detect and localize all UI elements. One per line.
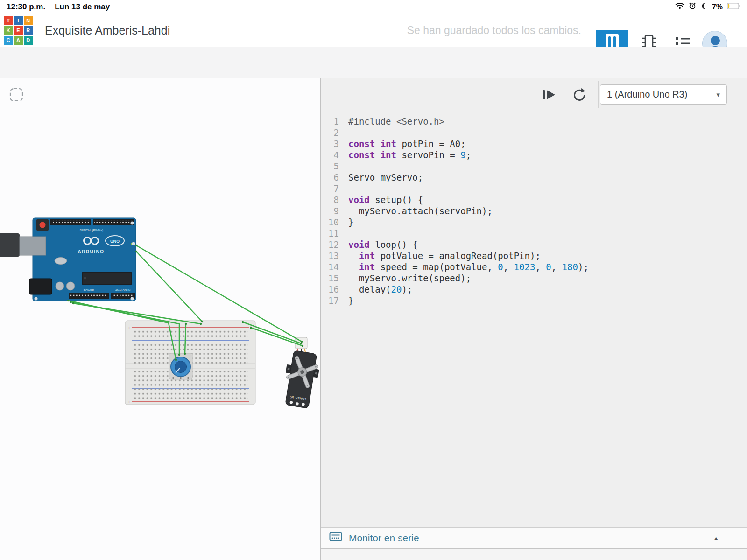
line-number: 15 [321, 273, 339, 284]
svg-text:+: + [128, 326, 130, 330]
code-line[interactable] [348, 183, 589, 194]
status-date: Lun 13 de may [55, 2, 110, 12]
battery-percent: 7% [712, 3, 723, 11]
code-line[interactable] [348, 127, 589, 138]
restart-loop-button[interactable] [569, 85, 588, 104]
zoom-to-fit-button[interactable] [8, 87, 24, 105]
logo-tile: R [24, 26, 33, 35]
board-selector-value: 1 (Arduino Uno R3) [607, 89, 687, 100]
arduino-analog-label: ANALOG IN [115, 289, 131, 292]
logo-tile: D [24, 36, 33, 45]
arduino-digital-label: DIGITAL (PWM~) [80, 229, 103, 232]
serial-monitor-label: Monitor en serie [349, 532, 419, 544]
logo-tile: A [14, 36, 22, 45]
serial-monitor-collapsed-area [321, 549, 747, 560]
line-number: 16 [321, 284, 339, 295]
debug-step-button[interactable] [539, 85, 558, 104]
status-time: 12:30 p.m. [7, 2, 45, 12]
controls-separator [598, 81, 599, 108]
potentiometer[interactable] [169, 353, 192, 379]
code-line[interactable]: } [348, 295, 589, 306]
logo-tile: T [4, 16, 13, 25]
logo-tile: I [14, 16, 22, 25]
arduino-power-label: POWER [84, 289, 94, 292]
line-number: 14 [321, 261, 339, 273]
arduino-model-label: UNO [110, 239, 120, 244]
line-number: 4 [321, 149, 339, 161]
board-selector-dropdown[interactable]: 1 (Arduino Uno R3) ▾ [600, 84, 727, 105]
line-number: 6 [321, 172, 339, 183]
save-status: Se han guardado todos los cambios. [388, 14, 581, 47]
code-gutter: 1234567891011121314151617 [321, 116, 345, 527]
line-number: 9 [321, 205, 339, 217]
arduino-uno[interactable]: DIGITAL (PWM~) ARDUINO UNO POWER [0, 218, 136, 301]
line-number: 5 [321, 161, 339, 172]
code-panel: 1 (Arduino Uno R3) ▾ 1234567891011121314… [320, 78, 747, 560]
code-line[interactable]: const int servoPin = 9; [348, 149, 589, 161]
line-number: 8 [321, 194, 339, 205]
wifi-icon [675, 2, 684, 12]
circuit-canvas[interactable]: + + DIGITAL (PWM~) [0, 78, 320, 560]
chevron-down-icon: ▾ [716, 91, 720, 99]
debug-step-icon [540, 86, 557, 103]
line-number: 17 [321, 295, 339, 306]
svg-text:+: + [128, 400, 130, 405]
collapse-caret-icon[interactable]: ▲ [713, 535, 719, 542]
logo-tile: N [24, 16, 33, 25]
code-line[interactable]: int potValue = analogRead(potPin); [348, 250, 589, 261]
logo-tile: K [4, 26, 13, 35]
wire[interactable] [136, 252, 202, 322]
code-line[interactable]: myServo.write(speed); [348, 273, 589, 284]
line-number: 13 [321, 250, 339, 261]
status-bar: 12:30 p.m. Lun 13 de may 7% [0, 0, 747, 14]
logo-tile: E [14, 26, 22, 35]
restart-loop-icon [570, 86, 587, 103]
battery-icon [727, 2, 740, 12]
code-line[interactable]: myServo.attach(servoPin); [348, 205, 589, 217]
code-line[interactable]: } [348, 217, 589, 228]
code-panel-controls: 1 (Arduino Uno R3) ▾ [321, 78, 747, 111]
servo-motor[interactable]: SM-S2309S [274, 337, 320, 410]
line-number: 10 [321, 217, 339, 228]
reset-button[interactable] [40, 222, 46, 228]
wire[interactable] [251, 328, 303, 346]
serial-monitor-bar[interactable]: Monitor en serie ▲ [321, 527, 747, 549]
arduino-brand-label: ARDUINO [78, 249, 104, 254]
logo-tile: C [4, 36, 13, 45]
line-number: 7 [321, 183, 339, 194]
app-header: TINKERCAD Exquisite Amberis-Lahdi Se han… [0, 14, 747, 47]
line-number: 1 [321, 116, 339, 127]
main-area: + + DIGITAL (PWM~) [0, 78, 747, 560]
circuit-scene[interactable]: + + DIGITAL (PWM~) [0, 78, 320, 560]
project-title[interactable]: Exquisite Amberis-Lahdi [45, 14, 170, 47]
code-line[interactable]: int speed = map(potValue, 0, 1023, 0, 18… [348, 261, 589, 273]
line-number: 12 [321, 239, 339, 250]
line-number: 11 [321, 228, 339, 239]
code-line[interactable]: void setup() { [348, 194, 589, 205]
code-editor[interactable]: 1234567891011121314151617 #include <Serv… [321, 111, 747, 527]
line-number: 2 [321, 127, 339, 138]
code-line[interactable]: const int potPin = A0; [348, 138, 589, 149]
serial-monitor-icon [329, 532, 342, 544]
toolbar: ↶ ↷ ▾ ▾ [0, 47, 747, 78]
zoom-to-fit-icon [8, 87, 24, 103]
code-line[interactable] [348, 161, 589, 172]
code-lines[interactable]: #include <Servo.h> const int potPin = A0… [345, 116, 589, 527]
tinkercad-logo[interactable]: TINKERCAD [4, 16, 33, 45]
code-line[interactable]: void loop() { [348, 239, 589, 250]
code-line[interactable]: delay(20); [348, 284, 589, 295]
code-line[interactable]: #include <Servo.h> [348, 116, 589, 127]
do-not-disturb-moon-icon [700, 2, 708, 12]
code-line[interactable] [348, 228, 589, 239]
line-number: 3 [321, 138, 339, 149]
code-line[interactable]: Servo myServo; [348, 172, 589, 183]
alarm-icon [689, 2, 696, 12]
